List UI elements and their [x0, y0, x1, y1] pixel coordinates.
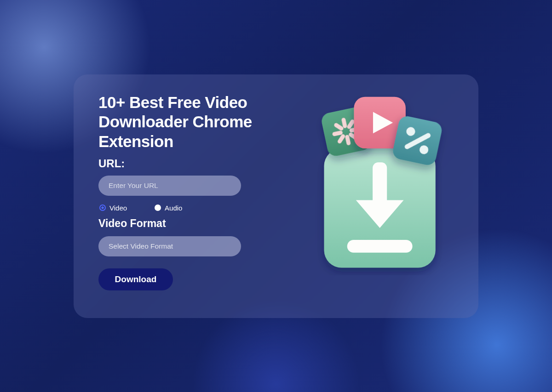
- page-title: 10+ Best Free Video Downloader Chrome Ex…: [98, 93, 287, 152]
- svg-line-4: [344, 119, 345, 126]
- media-type-radio-group: Video Audio: [99, 204, 287, 212]
- download-art-icon: [296, 93, 455, 276]
- hero-illustration: [296, 93, 455, 300]
- radio-video[interactable]: Video: [99, 204, 127, 212]
- radio-selected-icon: [99, 205, 106, 211]
- format-label: Video Format: [98, 217, 287, 230]
- format-select[interactable]: Select Video Format: [98, 236, 241, 256]
- format-select-placeholder: Select Video Format: [109, 242, 173, 250]
- url-label: URL:: [98, 157, 287, 170]
- radio-unselected-icon: [155, 205, 161, 211]
- radio-video-label: Video: [109, 204, 127, 212]
- radio-audio-label: Audio: [165, 204, 182, 212]
- url-input[interactable]: [98, 176, 241, 196]
- radio-audio[interactable]: Audio: [155, 204, 182, 212]
- svg-rect-2: [347, 240, 413, 253]
- form-panel: 10+ Best Free Video Downloader Chrome Ex…: [98, 93, 287, 300]
- svg-line-6: [334, 132, 341, 134]
- svg-line-5: [347, 137, 349, 143]
- download-button[interactable]: Download: [98, 268, 173, 290]
- downloader-card: 10+ Best Free Video Downloader Chrome Ex…: [74, 74, 478, 318]
